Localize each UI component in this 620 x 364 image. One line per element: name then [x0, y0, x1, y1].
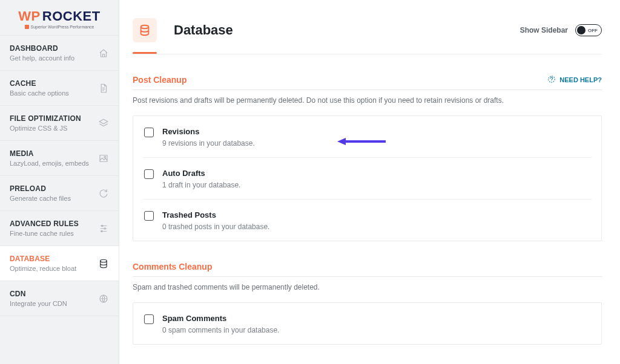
sidebar-item-database[interactable]: DATABASE Optimize, reduce bloat: [0, 245, 119, 281]
sidebar: WP ROCKET Superior WordPress Performance…: [0, 0, 119, 364]
toggle-text: OFF: [588, 28, 598, 33]
checkbox-spam-comments[interactable]: [144, 314, 154, 324]
checkbox-revisions[interactable]: [144, 128, 154, 137]
layers-icon: [98, 118, 109, 129]
database-icon: [98, 258, 109, 269]
option-spam-comments: Spam Comments 0 spam comments in your da…: [143, 303, 592, 344]
option-desc: 0 spam comments in your database.: [162, 326, 279, 334]
sidebar-item-dashboard[interactable]: DASHBOARD Get help, account info: [0, 35, 119, 70]
show-sidebar-toggle[interactable]: OFF: [575, 24, 602, 36]
main-panel: Database Show Sidebar OFF Post Cleanup: [119, 0, 620, 364]
svg-point-4: [101, 259, 107, 262]
svg-point-0: [104, 156, 106, 158]
sidebar-item-desc: Optimize, reduce bloat: [10, 265, 76, 272]
section-note: Spam and trashed comments will be perman…: [133, 283, 602, 291]
svg-point-6: [141, 25, 149, 29]
divider: [133, 54, 602, 54]
document-icon: [98, 83, 109, 94]
image-icon: [98, 153, 109, 164]
show-sidebar-label: Show Sidebar: [520, 26, 568, 34]
sidebar-item-desc: Integrate your CDN: [10, 300, 67, 307]
sidebar-item-cache[interactable]: CACHE Basic cache options: [0, 70, 119, 105]
section-title: Comments Cleanup: [133, 262, 212, 271]
sidebar-item-label: PRELOAD: [10, 184, 71, 193]
refresh-icon: [98, 188, 109, 199]
checkbox-auto-drafts[interactable]: [144, 169, 154, 179]
brand-mark-icon: [25, 25, 29, 29]
sidebar-item-label: DATABASE: [10, 255, 76, 263]
section-note: Post revisions and drafts will be perman…: [133, 96, 602, 105]
sidebar-item-label: MEDIA: [10, 149, 89, 158]
post-cleanup-options: Revisions 9 revisions in your database. …: [133, 115, 602, 241]
option-title: Spam Comments: [162, 314, 279, 323]
option-revisions: Revisions 9 revisions in your database.: [143, 116, 592, 158]
toggle-knob-icon: [577, 26, 585, 34]
option-title: Trashed Posts: [162, 210, 269, 219]
sliders-icon: [98, 223, 109, 234]
sidebar-item-label: DASHBOARD: [10, 44, 74, 53]
sidebar-item-desc: Fine-tune cache rules: [10, 230, 79, 237]
need-help-label: NEED HELP?: [559, 76, 602, 83]
sidebar-item-desc: Get help, account info: [10, 54, 74, 62]
sidebar-item-desc: Generate cache files: [10, 195, 71, 202]
sidebar-nav: DASHBOARD Get help, account info CACHE B…: [0, 35, 119, 316]
sidebar-item-desc: Optimize CSS & JS: [10, 125, 81, 132]
brand-wp: WP: [18, 8, 40, 24]
checkbox-trashed-posts[interactable]: [144, 211, 154, 221]
sidebar-item-desc: LazyLoad, emojis, embeds: [10, 160, 89, 167]
sidebar-item-file-optimization[interactable]: FILE OPTIMIZATION Optimize CSS & JS: [0, 105, 119, 140]
house-icon: [98, 48, 109, 59]
section-comments-cleanup: Comments Cleanup Spam and trashed commen…: [133, 262, 602, 345]
sidebar-item-label: CDN: [10, 290, 67, 298]
page-header: Database Show Sidebar OFF: [133, 18, 602, 42]
section-post-cleanup: Post Cleanup NEED HELP? Post revisions a…: [133, 75, 602, 241]
brand-tagline: Superior WordPress Performance: [31, 25, 94, 29]
sidebar-item-media[interactable]: MEDIA LazyLoad, emojis, embeds: [0, 140, 119, 175]
comments-cleanup-options: Spam Comments 0 spam comments in your da…: [133, 302, 602, 345]
sidebar-item-label: ADVANCED RULES: [10, 219, 79, 228]
option-desc: 0 trashed posts in your database.: [162, 223, 269, 231]
option-auto-drafts: Auto Drafts 1 draft in your database.: [143, 158, 592, 200]
need-help-link[interactable]: NEED HELP?: [547, 75, 602, 85]
sidebar-item-cdn[interactable]: CDN Integrate your CDN: [0, 281, 119, 316]
option-title: Auto Drafts: [162, 169, 240, 178]
option-desc: 1 draft in your database.: [162, 181, 240, 189]
option-trashed-posts: Trashed Posts 0 trashed posts in your da…: [143, 200, 592, 241]
svg-point-8: [552, 81, 552, 82]
sidebar-item-desc: Basic cache options: [10, 89, 69, 97]
brand-rocket: ROCKET: [42, 8, 101, 24]
sidebar-item-preload[interactable]: PRELOAD Generate cache files: [0, 175, 119, 210]
database-header-icon: [133, 18, 157, 42]
globe-icon: [98, 293, 109, 304]
page-title: Database: [174, 22, 233, 38]
help-icon: [547, 75, 556, 85]
sidebar-item-advanced-rules[interactable]: ADVANCED RULES Fine-tune cache rules: [0, 210, 119, 245]
option-title: Revisions: [162, 127, 255, 136]
sidebar-item-label: FILE OPTIMIZATION: [10, 114, 81, 123]
sidebar-item-label: CACHE: [10, 79, 69, 88]
brand: WP ROCKET Superior WordPress Performance: [0, 0, 119, 35]
section-title: Post Cleanup: [133, 75, 186, 85]
option-desc: 9 revisions in your database.: [162, 139, 255, 148]
